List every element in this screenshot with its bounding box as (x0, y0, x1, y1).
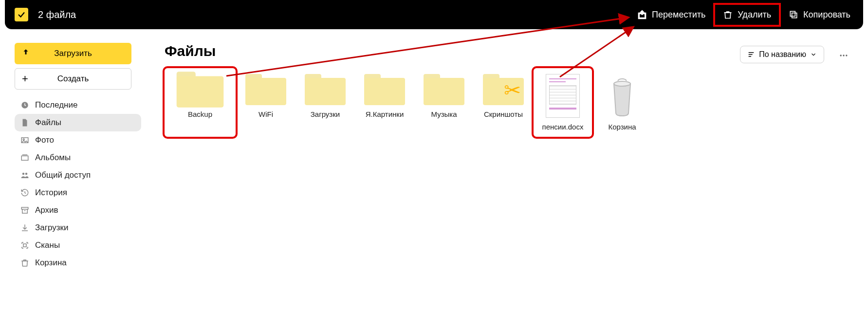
archive-icon (20, 206, 29, 215)
sidebar-item-label: История (35, 188, 67, 198)
sidebar-item-files[interactable]: Файлы (15, 114, 141, 131)
svg-rect-0 (792, 13, 797, 18)
sidebar-item-label: Альбомы (35, 153, 71, 163)
folder-icon (177, 72, 224, 108)
file-label: Музыка (431, 110, 457, 118)
folder-icon (245, 74, 286, 105)
sidebar-item-label: Общий доступ (35, 170, 91, 180)
file-label: Скриншоты (484, 110, 523, 118)
file-item-downloads-folder[interactable]: Загрузки (296, 68, 354, 137)
sidebar-item-label: Корзина (35, 258, 67, 268)
nav-list: Последние Файлы Фото Альбомы Общий досту… (15, 96, 141, 272)
view-options-button[interactable] (834, 46, 853, 65)
upload-button[interactable]: Загрузить (15, 43, 131, 64)
file-item-trash[interactable]: Корзина (593, 68, 651, 137)
file-item-images-folder[interactable]: Я.Картинки (355, 68, 414, 137)
folder-icon (424, 74, 464, 105)
svg-rect-5 (21, 156, 28, 160)
document-icon (546, 74, 580, 118)
trash-bin-icon (605, 74, 639, 118)
dots-icon (839, 51, 849, 60)
copy-button-label: Копировать (803, 10, 850, 20)
file-icon (20, 118, 29, 127)
svg-point-7 (25, 173, 28, 175)
svg-point-4 (23, 139, 24, 140)
sidebar-item-photos[interactable]: Фото (15, 131, 141, 149)
file-grid: Backup WiFi Загрузки Я.Картинки Музыка (165, 68, 853, 137)
file-item-doc[interactable]: пенсии.docx (534, 68, 592, 137)
image-icon (20, 136, 29, 145)
sort-button[interactable]: По названию (740, 46, 824, 63)
sidebar-item-scans[interactable]: Сканы (15, 237, 141, 254)
sidebar-item-label: Архив (35, 205, 58, 215)
sort-button-label: По названию (759, 50, 806, 59)
file-label: Backup (188, 110, 212, 118)
history-icon (20, 188, 29, 197)
file-item-wifi[interactable]: WiFi (237, 68, 295, 137)
svg-rect-8 (21, 207, 28, 209)
create-button-label: Создать (57, 74, 89, 84)
delete-button[interactable]: Удалить (713, 3, 781, 27)
svg-point-13 (614, 81, 630, 86)
file-item-screenshots-folder[interactable]: ✂ Скриншоты (474, 68, 533, 137)
sidebar-item-label: Фото (35, 135, 54, 145)
file-label: WiFi (259, 110, 273, 118)
clock-icon (20, 101, 29, 110)
sidebar-item-label: Сканы (35, 240, 60, 250)
sort-icon (747, 51, 755, 58)
file-label: Я.Картинки (366, 110, 404, 118)
upload-icon (21, 48, 30, 59)
folder-icon (305, 74, 346, 105)
sidebar-item-label: Загрузки (35, 223, 68, 233)
scissors-icon: ✂ (504, 78, 521, 102)
select-all-checkbox[interactable] (15, 8, 28, 21)
folder-icon: ✂ (483, 74, 524, 105)
sidebar: Загрузить + Создать Последние Файлы Фото… (15, 43, 141, 272)
sidebar-item-label: Файлы (35, 118, 61, 128)
upload-button-label: Загрузить (54, 49, 92, 58)
folder-icon (364, 74, 405, 105)
file-label: Корзина (608, 123, 636, 131)
sidebar-item-archive[interactable]: Архив (15, 202, 141, 219)
move-button-label: Переместить (652, 10, 705, 20)
file-label: пенсии.docx (542, 123, 584, 131)
svg-point-12 (846, 55, 847, 56)
selection-count-label: 2 файла (38, 9, 76, 20)
delete-button-label: Удалить (738, 10, 771, 20)
create-button[interactable]: + Создать (15, 68, 131, 90)
sidebar-item-shared[interactable]: Общий доступ (15, 166, 141, 184)
people-icon (20, 171, 29, 180)
svg-point-10 (840, 55, 842, 56)
file-item-music-folder[interactable]: Музыка (415, 68, 473, 137)
svg-point-6 (22, 173, 25, 175)
selection-toolbar: 2 файла Переместить Удалить Копировать (5, 0, 863, 29)
sidebar-item-history[interactable]: История (15, 184, 141, 202)
file-label: Загрузки (311, 110, 340, 118)
svg-rect-1 (790, 11, 795, 16)
move-button[interactable]: Переместить (629, 5, 713, 25)
download-icon (20, 223, 29, 232)
svg-rect-9 (23, 244, 26, 247)
sidebar-item-albums[interactable]: Альбомы (15, 149, 141, 166)
svg-point-11 (843, 55, 844, 56)
plus-icon: + (22, 73, 28, 85)
copy-button[interactable]: Копировать (781, 5, 858, 25)
file-item-backup[interactable]: Backup (165, 68, 236, 137)
sidebar-item-recent[interactable]: Последние (15, 96, 141, 114)
content-pane: Файлы По названию Backup WiFi Загрузки (165, 43, 853, 137)
sidebar-item-trash[interactable]: Корзина (15, 254, 141, 272)
sidebar-item-downloads[interactable]: Загрузки (15, 219, 141, 237)
scan-icon (20, 241, 29, 250)
sidebar-item-label: Последние (35, 100, 77, 110)
chevron-down-icon (810, 51, 817, 58)
album-icon (20, 153, 29, 162)
trash-icon (20, 258, 29, 267)
